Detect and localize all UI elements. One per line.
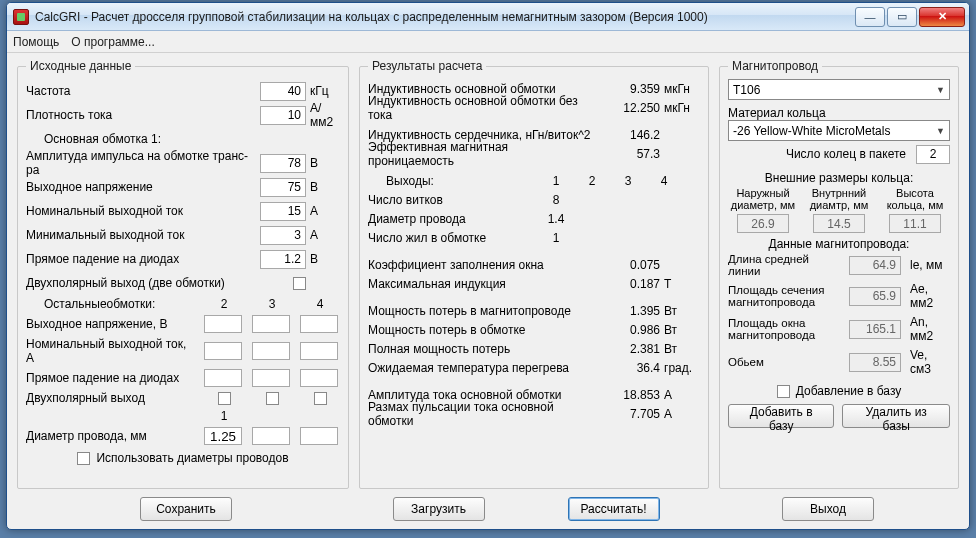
minimize-button[interactable]: — bbox=[855, 7, 885, 27]
res-strands-l: Число жил в обмотке bbox=[368, 231, 538, 245]
oinom-4[interactable] bbox=[300, 342, 338, 360]
res-lmain-u: мкГн bbox=[664, 82, 700, 96]
res-kfill-l: Коэффициент заполнения окна bbox=[368, 258, 594, 272]
oinom-3[interactable] bbox=[252, 342, 290, 360]
an-input bbox=[849, 320, 901, 339]
amp-input[interactable] bbox=[260, 154, 306, 173]
res-strands-v: 1 bbox=[538, 231, 574, 245]
stack-input[interactable] bbox=[916, 145, 950, 164]
id-input bbox=[813, 214, 865, 233]
wire-1[interactable] bbox=[204, 427, 242, 445]
res-irip-l: Размах пульсации тока основной обмотки bbox=[368, 400, 594, 428]
app-icon bbox=[13, 9, 29, 25]
vdio-input[interactable] bbox=[260, 250, 306, 269]
usewire-label: Использовать диаметры проводов bbox=[96, 451, 288, 465]
res-col-4: 4 bbox=[646, 174, 682, 188]
res-pcore-l: Мощность потерь в магнитопроводе bbox=[368, 304, 594, 318]
amp-label: Амплитуда импульса на обмотке транс-ра bbox=[26, 149, 260, 177]
obip-label: Двухполярный выход bbox=[26, 391, 196, 405]
res-bmax-v: 0.187 bbox=[594, 277, 664, 291]
jdens-input[interactable] bbox=[260, 106, 306, 125]
inom-input[interactable] bbox=[260, 202, 306, 221]
res-lnoi-l: Индуктивность основной обмотки без тока bbox=[368, 94, 594, 122]
res-lcore-v: 146.2 bbox=[594, 128, 664, 142]
col-2: 2 bbox=[204, 297, 244, 311]
res-pwind-u: Вт bbox=[664, 323, 700, 337]
res-dwire-v: 1.4 bbox=[538, 212, 574, 226]
res-dtmp-v: 36.4 bbox=[594, 361, 664, 375]
oinom-2[interactable] bbox=[204, 342, 242, 360]
del-db-button[interactable]: Удалить из базы bbox=[842, 404, 950, 428]
material-select[interactable]: -26 Yellow-White MicroMetals ▼ bbox=[728, 120, 950, 141]
material-label: Материал кольца bbox=[728, 106, 950, 120]
mag-title: Данные магнитопровода: bbox=[728, 237, 950, 251]
add-db-button[interactable]: Добавить в базу bbox=[728, 404, 834, 428]
le-unit: le, мм bbox=[910, 258, 950, 272]
freq-input[interactable] bbox=[260, 82, 306, 101]
ovdio-2[interactable] bbox=[204, 369, 242, 387]
freq-unit: кГц bbox=[306, 84, 340, 98]
wire-2[interactable] bbox=[252, 427, 290, 445]
inom-label: Номинальный выходной ток bbox=[26, 204, 260, 218]
res-iamp-u: А bbox=[664, 388, 700, 402]
menu-about[interactable]: О программе... bbox=[71, 35, 154, 49]
res-lnoi-u: мкГн bbox=[664, 101, 700, 115]
col-3: 3 bbox=[252, 297, 292, 311]
an-unit: An, мм2 bbox=[910, 315, 950, 343]
res-pwind-v: 0.986 bbox=[594, 323, 664, 337]
menubar: Помощь О программе... bbox=[7, 31, 969, 53]
calc-button[interactable]: Рассчитать! bbox=[568, 497, 660, 521]
ae-unit: Ae, мм2 bbox=[910, 282, 950, 310]
core-select[interactable]: T106 ▼ bbox=[728, 79, 950, 100]
obip-3[interactable] bbox=[266, 392, 279, 405]
exit-button[interactable]: Выход bbox=[782, 497, 874, 521]
panel-core-legend: Магнитопровод bbox=[728, 59, 822, 73]
usewire-checkbox[interactable] bbox=[77, 452, 90, 465]
ae-input bbox=[849, 287, 901, 306]
imin-input[interactable] bbox=[260, 226, 306, 245]
obip-4[interactable] bbox=[314, 392, 327, 405]
inom-unit: А bbox=[306, 204, 340, 218]
close-button[interactable]: ✕ bbox=[919, 7, 965, 27]
res-bmax-l: Максимальная индукция bbox=[368, 277, 594, 291]
menu-help[interactable]: Помощь bbox=[13, 35, 59, 49]
bipolar-checkbox[interactable] bbox=[293, 277, 306, 290]
maximize-button[interactable]: ▭ bbox=[887, 7, 917, 27]
vout-unit: В bbox=[306, 180, 340, 194]
obip-2[interactable] bbox=[218, 392, 231, 405]
freq-label: Частота bbox=[26, 84, 260, 98]
titlebar: CalcGRI - Расчет дросселя групповой стаб… bbox=[7, 3, 969, 31]
res-kfill-v: 0.075 bbox=[594, 258, 664, 272]
vout-input[interactable] bbox=[260, 178, 306, 197]
chevron-down-icon: ▼ bbox=[936, 85, 945, 95]
res-pwind-l: Мощность потерь в обмотке bbox=[368, 323, 594, 337]
ovout-3[interactable] bbox=[252, 315, 290, 333]
res-dwire-l: Диаметр провода bbox=[368, 212, 538, 226]
ovout-label: Выходное напряжение, В bbox=[26, 317, 196, 331]
res-out-hdr: Выходы: bbox=[368, 174, 538, 188]
adddb-checkbox[interactable] bbox=[777, 385, 790, 398]
app-window: CalcGRI - Расчет дросселя групповой стаб… bbox=[6, 2, 970, 530]
res-iamp-v: 18.853 bbox=[594, 388, 664, 402]
save-button[interactable]: Сохранить bbox=[140, 497, 232, 521]
imin-unit: А bbox=[306, 228, 340, 242]
amp-unit: В bbox=[306, 156, 340, 170]
res-pcore-v: 1.395 bbox=[594, 304, 664, 318]
res-lnoi-v: 12.250 bbox=[594, 101, 664, 115]
stack-label: Число колец в пакете bbox=[728, 147, 910, 161]
wire-3[interactable] bbox=[300, 427, 338, 445]
res-mu-v: 57.3 bbox=[594, 147, 664, 161]
res-lmain-v: 9.359 bbox=[594, 82, 664, 96]
ovdio-3[interactable] bbox=[252, 369, 290, 387]
ve-unit: Ve, см3 bbox=[910, 348, 950, 376]
res-dtmp-l: Ожидаемая температура перегрева bbox=[368, 361, 594, 375]
panel-core: Магнитопровод T106 ▼ Материал кольца -26… bbox=[719, 59, 959, 489]
jdens-unit: А/мм2 bbox=[306, 101, 340, 129]
oinom-label: Номинальный выходной ток, А bbox=[26, 337, 196, 365]
res-mu-l: Эффективная магнитная проницаемость bbox=[368, 140, 594, 168]
ovout-2[interactable] bbox=[204, 315, 242, 333]
ovdio-4[interactable] bbox=[300, 369, 338, 387]
panel-inputs-legend: Исходные данные bbox=[26, 59, 135, 73]
ovout-4[interactable] bbox=[300, 315, 338, 333]
load-button[interactable]: Загрузить bbox=[393, 497, 485, 521]
